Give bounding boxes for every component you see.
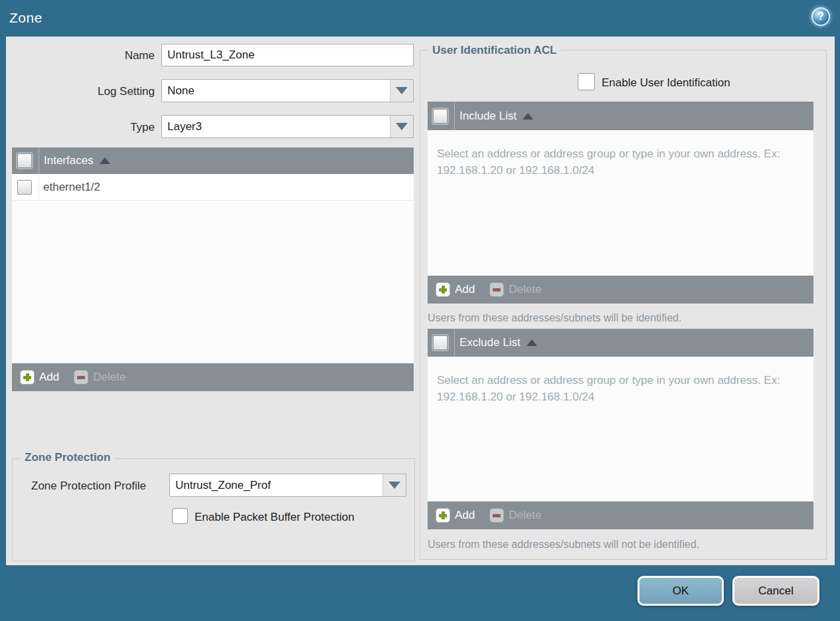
log-setting-value[interactable]: None	[162, 80, 390, 102]
include-list-delete-button[interactable]: Delete	[489, 282, 541, 297]
chevron-down-icon	[388, 482, 400, 489]
type-dropdown[interactable]: Layer3	[161, 115, 414, 138]
interfaces-grid-header[interactable]: Interfaces	[12, 147, 414, 174]
delete-button-label: Delete	[93, 371, 126, 384]
cancel-button[interactable]: Cancel	[732, 576, 819, 606]
include-list-grid-header[interactable]: Include List	[428, 102, 813, 130]
add-button-label: Add	[455, 283, 475, 296]
column-divider	[39, 147, 39, 174]
dialog-title: Zone	[9, 10, 42, 26]
column-divider	[454, 102, 455, 130]
plus-icon	[436, 508, 450, 523]
zone-protection-profile-dropdown[interactable]: Untrust_Zone_Prof	[169, 474, 406, 497]
minus-icon	[74, 370, 88, 385]
ok-button[interactable]: OK	[637, 576, 724, 606]
exclude-list-delete-button[interactable]: Delete	[489, 508, 541, 523]
log-setting-dropdown-button[interactable]	[390, 80, 413, 102]
interfaces-select-all-checkbox[interactable]	[17, 153, 32, 168]
interfaces-grid-toolbar: Add Delete	[12, 363, 414, 391]
help-icon[interactable]: ?	[811, 7, 830, 26]
enable-user-identification-checkbox[interactable]	[578, 73, 595, 90]
type-dropdown-button[interactable]	[390, 116, 413, 137]
column-divider	[39, 174, 39, 200]
include-list-caption: Users from these addresses/subnets will …	[428, 312, 681, 324]
name-label: Name	[12, 49, 155, 62]
exclude-list-grid-header[interactable]: Exclude List	[428, 329, 813, 357]
log-setting-dropdown[interactable]: None	[161, 79, 414, 102]
include-list-select-all-checkbox[interactable]	[433, 109, 448, 124]
zone-protection-profile-label: Zone Protection Profile	[31, 480, 146, 493]
enable-packet-buffer-protection-checkbox[interactable]	[172, 508, 188, 524]
name-input[interactable]	[161, 44, 414, 66]
exclude-list-caption: Users from these addresses/subnets will …	[428, 539, 699, 551]
zone-protection-profile-value[interactable]: Untrust_Zone_Prof	[170, 474, 382, 496]
sort-ascending-icon	[523, 113, 533, 120]
column-divider	[454, 329, 455, 357]
add-button-label: Add	[39, 371, 59, 384]
type-value[interactable]: Layer3	[162, 116, 390, 137]
include-list-grid-body[interactable]: Select an address or address group or ty…	[428, 130, 813, 276]
plus-icon	[20, 370, 35, 385]
enable-packet-buffer-protection-label: Enable Packet Buffer Protection	[195, 511, 355, 524]
zone-protection-profile-dropdown-button[interactable]	[382, 474, 406, 496]
exclude-list-add-button[interactable]: Add	[436, 508, 475, 523]
interface-row[interactable]: ethernet1/2	[12, 174, 414, 201]
exclude-list-placeholder: Select an address or address group or ty…	[437, 373, 799, 405]
include-list-add-button[interactable]: Add	[436, 282, 475, 297]
interface-row-checkbox[interactable]	[17, 180, 32, 195]
interfaces-add-button[interactable]: Add	[20, 370, 59, 385]
interfaces-column-header[interactable]: Interfaces	[44, 154, 94, 167]
add-button-label: Add	[455, 509, 475, 522]
plus-icon	[436, 282, 450, 297]
minus-icon	[489, 282, 504, 297]
sort-ascending-icon	[100, 157, 110, 164]
exclude-list-select-all-checkbox[interactable]	[433, 335, 448, 350]
chevron-down-icon	[396, 123, 408, 130]
delete-button-label: Delete	[509, 509, 541, 522]
exclude-list-grid-body[interactable]: Select an address or address group or ty…	[428, 357, 813, 501]
exclude-list-column-header[interactable]: Exclude List	[460, 336, 521, 349]
user-id-acl-legend: User Identification ACL	[428, 44, 561, 57]
sort-ascending-icon	[527, 339, 537, 346]
zone-protection-legend: Zone Protection	[20, 451, 115, 464]
exclude-list-grid-toolbar: Add Delete	[428, 501, 813, 529]
chevron-down-icon	[396, 87, 408, 94]
interface-name: ethernet1/2	[43, 181, 100, 194]
include-list-column-header[interactable]: Include List	[460, 110, 517, 123]
log-setting-label: Log Setting	[12, 85, 155, 98]
enable-user-identification-label: Enable User Identification	[602, 76, 730, 90]
delete-button-label: Delete	[509, 283, 541, 296]
include-list-placeholder: Select an address or address group or ty…	[437, 146, 799, 179]
interfaces-grid-body: ethernet1/2	[12, 174, 414, 363]
minus-icon	[489, 508, 504, 523]
interfaces-delete-button[interactable]: Delete	[74, 370, 126, 385]
type-label: Type	[12, 121, 155, 134]
include-list-grid-toolbar: Add Delete	[428, 276, 813, 304]
